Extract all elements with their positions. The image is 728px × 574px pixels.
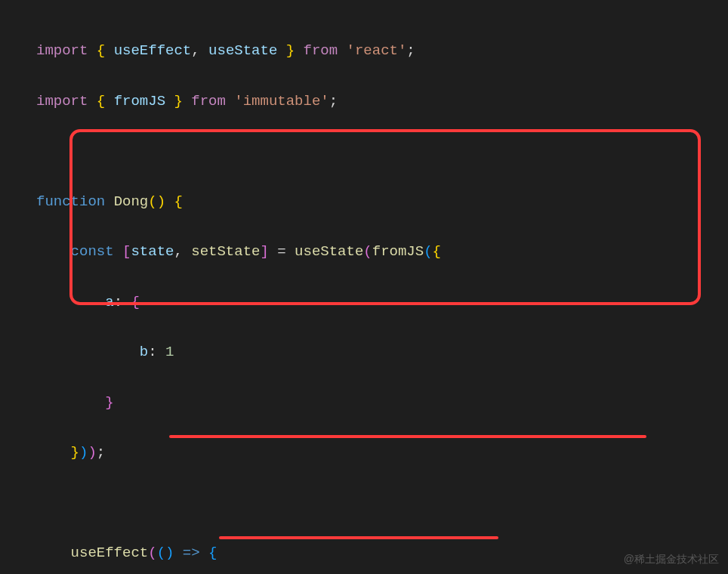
identifier-setstate: setState	[191, 243, 260, 260]
code-line-empty	[36, 491, 728, 516]
prop-a: a	[105, 294, 113, 310]
identifier-useeffect: useEffect	[114, 42, 192, 59]
code-line: }));	[36, 440, 728, 465]
code-line: }	[36, 390, 728, 415]
watermark: @稀土掘金技术社区	[624, 550, 719, 569]
code-line: import { useEffect, useState } from 'rea…	[36, 39, 728, 63]
string-immutable: 'immutable'	[234, 93, 329, 110]
identifier-state: state	[131, 243, 174, 260]
code-line: b: 1	[36, 340, 728, 365]
code-line: const [state, setState] = useState(fromJ…	[36, 239, 728, 264]
literal-one: 1	[165, 344, 174, 360]
identifier-dong: Dong	[114, 193, 149, 210]
highlight-underline	[219, 536, 498, 539]
code-editor: import { useEffect, useState } from 'rea…	[0, 0, 728, 574]
string-react: 'react'	[347, 42, 407, 59]
keyword-function: function	[36, 193, 105, 210]
code-line-empty	[36, 139, 728, 164]
code-line: a: {	[36, 290, 728, 315]
keyword-import: import	[36, 42, 88, 59]
keyword-from: from	[304, 42, 338, 59]
identifier-usestate: useState	[208, 42, 277, 59]
call-usestate: useState	[295, 243, 363, 260]
code-line: function Dong() {	[36, 190, 728, 214]
call-fromjs: fromJS	[372, 243, 424, 260]
keyword-const: const	[71, 243, 114, 260]
prop-b: b	[140, 344, 148, 360]
arrow: =>	[183, 545, 200, 561]
code-line: import { fromJS } from 'immutable';	[36, 89, 728, 114]
identifier-fromjs: fromJS	[114, 93, 165, 110]
call-useeffect: useEffect	[71, 545, 149, 561]
highlight-underline	[169, 435, 646, 438]
